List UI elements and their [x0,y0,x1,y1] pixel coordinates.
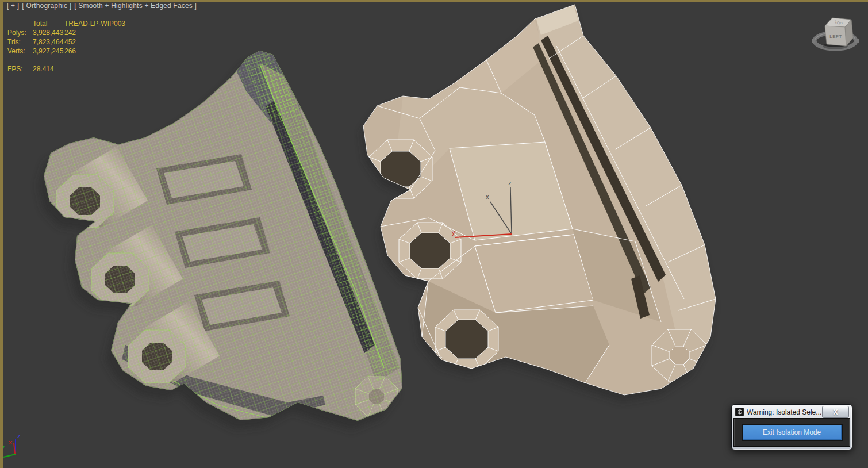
viewport-border-top [0,0,868,2]
octagon-hole [445,320,488,359]
dialog-body: Exit Isolation Mode [733,418,850,447]
stats-header-row: Total TREAD-LP-WIP003 [7,19,125,28]
pivot-axis-z-label: z [508,179,512,186]
scene-canvas[interactable]: z x y TOP LEFT z x y [0,0,868,468]
viewport-shading-menu[interactable]: [ Smooth + Highlights + Edged Faces ] [74,2,197,10]
stats-row-tris: Tris: 7,823,464 452 [7,37,125,47]
viewport-label: [ + ] [ Orthographic ] [ Smooth + Highli… [7,2,197,10]
exit-isolation-mode-button[interactable]: Exit Isolation Mode [742,424,843,441]
stats-row-polys: Polys: 3,928,443 242 [7,28,125,37]
world-axis-gizmo: z x y [1,432,21,457]
close-icon: X [833,408,838,416]
viewport-pov-menu[interactable]: [ Orthographic ] [22,2,71,10]
highpoly-model[interactable] [38,51,402,430]
octagon-hole [410,233,450,268]
stats-label: Tris: [7,37,33,47]
stats-object-value: 452 [64,37,76,47]
stats-label: Polys: [7,28,33,37]
stats-col-total: Total [33,19,64,28]
viewcube-front-label: LEFT [829,34,842,39]
3d-viewport[interactable]: z x y TOP LEFT z x y [ + ] [ Orthographi… [0,0,868,468]
highpoly-wireframe-overlay [44,51,402,421]
dialog-titlebar[interactable]: Warning: Isolated Sele... X [733,406,850,418]
fps-label: FPS: [7,64,33,74]
stats-label: Verts: [7,47,33,56]
stats-overlay: Total TREAD-LP-WIP003 Polys: 3,928,443 2… [7,19,125,74]
stats-total-value: 3,927,245 [33,47,64,56]
warning-dialog: Warning: Isolated Sele... X Exit Isolati… [731,404,852,450]
world-axis-z-label: z [17,432,21,439]
lowpoly-endcap [652,329,707,381]
pivot-axis-y-label: y [452,229,455,236]
close-button[interactable]: X [822,406,849,418]
stats-object-value: 242 [64,28,76,37]
stats-row-fps: FPS: 28.414 [7,64,125,74]
stats-total-value: 7,823,464 [33,37,64,47]
viewcube[interactable]: TOP LEFT [812,18,859,49]
world-axis-x-label: x [9,439,13,446]
max-logo-icon [735,408,744,416]
stats-object-value: 266 [64,47,76,56]
fps-value: 28.414 [33,64,64,74]
viewport-general-menu[interactable]: [ + ] [7,2,19,10]
viewport-border-left [0,0,3,468]
stats-total-value: 3,928,443 [33,28,64,37]
lowpoly-model[interactable]: z x y [361,5,716,402]
stats-row-verts: Verts: 3,927,245 266 [7,47,125,56]
pivot-axis-x-label: x [486,193,489,200]
stats-col-object: TREAD-LP-WIP003 [64,19,125,28]
